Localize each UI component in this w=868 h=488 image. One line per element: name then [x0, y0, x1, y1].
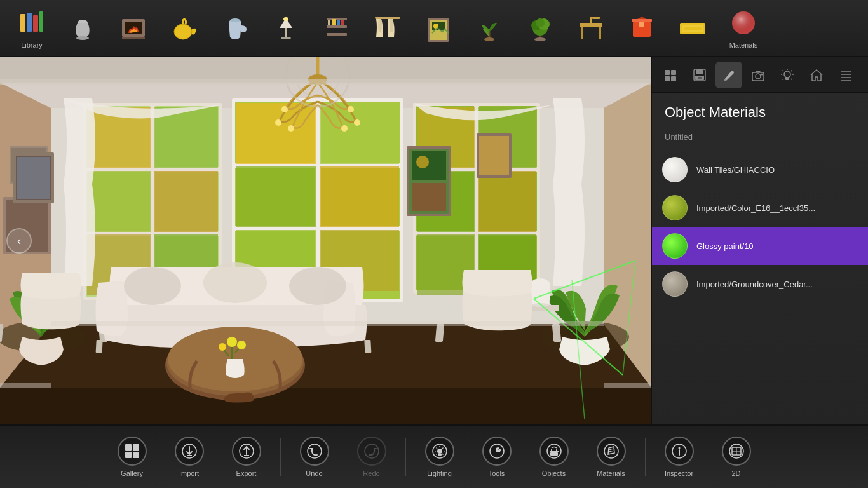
divider-2 — [405, 438, 406, 476]
svg-rect-101 — [0, 79, 651, 85]
bottom-item-gallery[interactable]: Gallery — [104, 428, 161, 485]
svg-point-124 — [124, 267, 181, 305]
bottom-item-lighting[interactable]: Lighting — [411, 428, 468, 485]
viewport[interactable]: ‹ — [0, 57, 651, 424]
top-item-teapot[interactable] — [159, 3, 210, 53]
redo-icon — [357, 437, 386, 466]
svg-point-13 — [281, 37, 291, 39]
materials-icon — [597, 437, 626, 466]
svg-rect-2 — [33, 15, 38, 32]
bottom-item-inspector-label: Inspector — [665, 470, 693, 477]
svg-rect-1 — [27, 13, 32, 32]
bottom-item-export[interactable]: Export — [218, 428, 275, 485]
svg-rect-123 — [364, 340, 371, 353]
svg-point-165 — [308, 444, 322, 458]
bottom-item-inspector[interactable]: Inspector — [651, 428, 708, 485]
svg-rect-158 — [133, 444, 139, 451]
svg-point-14 — [283, 17, 288, 21]
svg-point-131 — [219, 343, 226, 351]
undo-icon — [300, 437, 329, 466]
svg-rect-174 — [551, 449, 552, 451]
panel-tool-camera[interactable] — [745, 62, 771, 88]
top-item-vase[interactable] — [57, 3, 108, 53]
svg-point-108 — [416, 156, 429, 168]
svg-rect-142 — [665, 76, 670, 81]
material-item-4[interactable]: Imported/Groundcover_Cedar... — [652, 265, 868, 303]
bottom-item-import[interactable]: Import — [161, 428, 218, 485]
svg-rect-36 — [590, 17, 592, 23]
top-item-materials-label: Materials — [729, 41, 758, 49]
top-item-plant2[interactable] — [515, 3, 566, 53]
bottom-item-materials[interactable]: Materials — [583, 428, 640, 485]
svg-point-5 — [76, 36, 89, 40]
right-panel: Object Materials Untitled Wall Tiles/GHI… — [651, 57, 868, 424]
import-icon — [175, 437, 204, 466]
svg-rect-20 — [337, 20, 340, 25]
material-name-1: Wall Tiles/GHIACCIO — [696, 165, 775, 175]
svg-rect-141 — [671, 70, 676, 75]
nav-arrow-left[interactable]: ‹ — [6, 228, 32, 254]
top-toolbar: Library — [0, 0, 868, 57]
top-item-library[interactable]: Library — [6, 3, 57, 53]
svg-rect-104 — [17, 157, 50, 199]
svg-rect-19 — [332, 19, 336, 25]
svg-rect-35 — [599, 27, 601, 39]
svg-marker-51 — [0, 388, 651, 424]
svg-rect-18 — [328, 20, 330, 25]
bottom-item-export-label: Export — [236, 470, 257, 477]
top-item-curtains[interactable] — [362, 3, 413, 53]
svg-point-168 — [437, 449, 442, 454]
top-item-lamp[interactable] — [261, 3, 311, 53]
material-swatch-1 — [662, 157, 688, 182]
svg-point-149 — [756, 74, 761, 79]
bottom-item-redo: Redo — [343, 428, 400, 485]
bottom-item-undo[interactable]: Undo — [286, 428, 343, 485]
svg-rect-40 — [632, 19, 652, 22]
material-name-2: Imported/Color_E16__1eccf35... — [696, 203, 815, 213]
top-item-materials[interactable]: Materials — [718, 3, 769, 53]
material-swatch-4 — [662, 271, 688, 297]
svg-point-11 — [230, 18, 240, 22]
bottom-item-objects[interactable]: Objects — [526, 428, 583, 485]
export-icon — [232, 437, 261, 466]
top-item-box[interactable] — [616, 3, 667, 53]
svg-rect-173 — [550, 451, 559, 452]
panel-tool-brush[interactable] — [715, 62, 742, 88]
top-item-jug[interactable] — [210, 3, 261, 53]
svg-rect-34 — [581, 27, 583, 39]
panel-tool-save[interactable] — [686, 62, 713, 88]
svg-rect-12 — [285, 28, 287, 37]
top-item-plant1[interactable] — [464, 3, 515, 53]
panel-tool-list[interactable] — [832, 62, 859, 88]
gallery-icon — [118, 437, 147, 466]
material-item-1[interactable]: Wall Tiles/GHIACCIO — [652, 151, 868, 189]
material-name-4: Imported/Groundcover_Cedar... — [696, 280, 813, 289]
svg-point-180 — [678, 447, 680, 449]
objects-icon — [539, 437, 569, 466]
material-item-3[interactable]: Glossy paint/10 — [652, 227, 868, 265]
top-item-table[interactable] — [566, 3, 616, 53]
panel-tool-settings[interactable] — [657, 62, 684, 88]
top-item-shelf[interactable] — [311, 3, 362, 53]
top-item-mat[interactable] — [667, 3, 718, 53]
bottom-item-gallery-label: Gallery — [121, 470, 143, 477]
inspector-icon — [665, 437, 694, 466]
panel-tool-home[interactable] — [803, 62, 830, 88]
top-item-fireplace[interactable] — [108, 3, 159, 53]
panel-toolbar — [652, 57, 868, 93]
svg-point-98 — [341, 125, 348, 132]
svg-point-125 — [203, 262, 267, 303]
top-item-picture[interactable] — [413, 3, 464, 53]
material-item-2[interactable]: Imported/Color_E16__1eccf35... — [652, 189, 868, 227]
svg-rect-119 — [552, 324, 561, 342]
svg-rect-37 — [592, 17, 600, 19]
svg-rect-169 — [438, 454, 442, 456]
bottom-item-2d[interactable]: 2D — [708, 428, 765, 485]
svg-rect-160 — [133, 452, 139, 458]
svg-rect-120 — [96, 340, 103, 353]
panel-tool-light[interactable] — [774, 62, 801, 88]
bottom-item-tools[interactable]: Tools — [468, 428, 526, 485]
bottom-item-redo-label: Redo — [363, 470, 379, 477]
svg-rect-77 — [320, 166, 399, 227]
svg-rect-41 — [639, 22, 644, 27]
